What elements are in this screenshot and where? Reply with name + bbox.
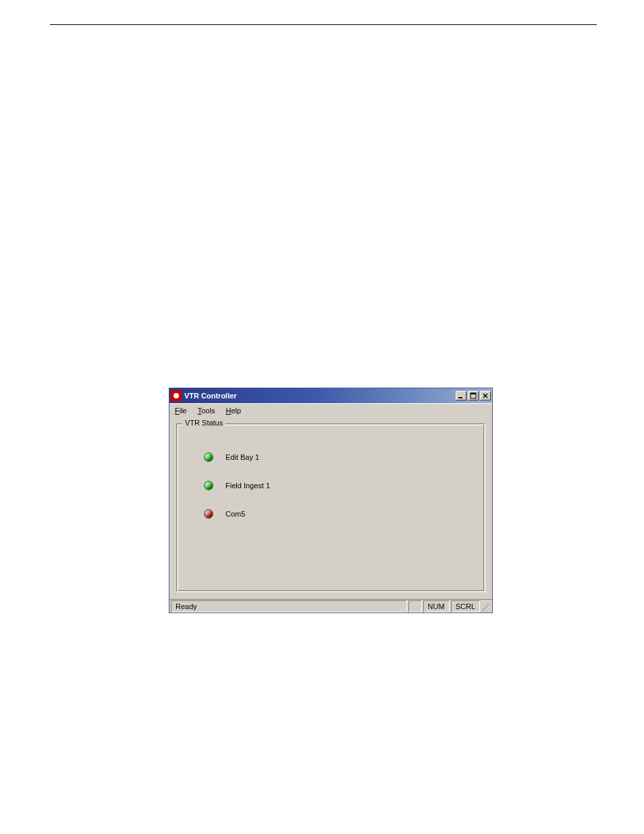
horizontal-rule	[50, 24, 597, 25]
menu-file[interactable]: File	[172, 405, 190, 416]
status-led-icon	[204, 481, 213, 490]
svg-rect-0	[458, 397, 462, 398]
maximize-button[interactable]	[468, 391, 479, 400]
status-label: Com5	[225, 510, 245, 518]
statusbar-pane-num: NUM	[423, 600, 450, 613]
vtr-controller-window: VTR Controller File Tools Help VTR Statu…	[169, 388, 493, 613]
resize-grip-icon[interactable]	[481, 600, 491, 613]
menu-help[interactable]: Help	[223, 405, 244, 416]
status-row: Field Ingest 1	[204, 481, 474, 490]
vtr-status-group: VTR Status Edit Bay 1 Field Ingest 1 Com…	[176, 423, 485, 592]
status-led-icon	[204, 509, 213, 519]
status-led-icon	[204, 452, 213, 462]
statusbar: Ready NUM SCRL	[169, 599, 492, 613]
client-area: VTR Status Edit Bay 1 Field Ingest 1 Com…	[169, 417, 492, 599]
menubar: File Tools Help	[169, 403, 492, 417]
groupbox-title: VTR Status	[182, 419, 225, 427]
status-row: Edit Bay 1	[204, 452, 474, 462]
menu-tools[interactable]: Tools	[195, 405, 218, 416]
statusbar-message: Ready	[171, 600, 407, 613]
app-icon	[171, 390, 182, 401]
statusbar-pane-scrl: SCRL	[451, 600, 480, 613]
statusbar-pane-blank	[408, 600, 422, 613]
minimize-button[interactable]	[456, 391, 466, 400]
status-label: Edit Bay 1	[225, 453, 259, 461]
titlebar[interactable]: VTR Controller	[169, 388, 492, 403]
titlebar-text: VTR Controller	[184, 392, 456, 400]
close-button[interactable]	[480, 391, 491, 400]
status-label: Field Ingest 1	[225, 481, 270, 490]
svg-rect-2	[471, 393, 476, 394]
status-row: Com5	[204, 509, 474, 519]
